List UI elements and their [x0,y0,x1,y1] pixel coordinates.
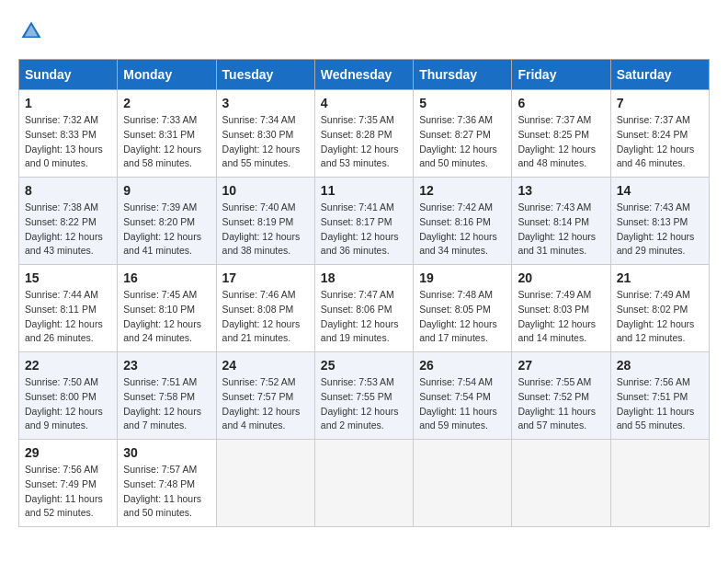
calendar-cell: 18Sunrise: 7:47 AM Sunset: 8:06 PM Dayli… [314,265,413,352]
calendar-cell: 2Sunrise: 7:33 AM Sunset: 8:31 PM Daylig… [118,90,216,178]
cell-content: Sunrise: 7:40 AM Sunset: 8:19 PM Dayligh… [222,201,309,259]
calendar-cell: 22Sunrise: 7:50 AM Sunset: 8:00 PM Dayli… [19,352,118,440]
day-number: 14 [617,183,703,198]
calendar-cell: 26Sunrise: 7:54 AM Sunset: 7:54 PM Dayli… [414,352,512,440]
calendar-cell: 16Sunrise: 7:45 AM Sunset: 8:10 PM Dayli… [118,265,216,352]
cell-content: Sunrise: 7:37 AM Sunset: 8:24 PM Dayligh… [617,113,703,171]
cell-content: Sunrise: 7:32 AM Sunset: 8:33 PM Dayligh… [25,113,111,171]
calendar-cell: 11Sunrise: 7:41 AM Sunset: 8:17 PM Dayli… [314,178,413,265]
calendar-week-row: 29Sunrise: 7:56 AM Sunset: 7:49 PM Dayli… [19,440,710,527]
calendar-header-row: SundayMondayTuesdayWednesdayThursdayFrid… [19,60,710,90]
day-number: 21 [617,270,703,285]
cell-content: Sunrise: 7:46 AM Sunset: 8:08 PM Dayligh… [222,288,309,346]
col-header-monday: Monday [118,60,216,90]
day-number: 5 [419,96,506,110]
cell-content: Sunrise: 7:38 AM Sunset: 8:22 PM Dayligh… [25,201,111,259]
cell-content: Sunrise: 7:49 AM Sunset: 8:03 PM Dayligh… [518,288,604,346]
calendar-cell: 25Sunrise: 7:53 AM Sunset: 7:55 PM Dayli… [314,352,413,440]
calendar-cell [414,440,512,527]
logo-icon [18,18,44,44]
day-number: 23 [123,358,210,373]
cell-content: Sunrise: 7:52 AM Sunset: 7:57 PM Dayligh… [222,375,309,433]
cell-content: Sunrise: 7:43 AM Sunset: 8:13 PM Dayligh… [617,201,703,259]
day-number: 29 [25,445,111,460]
day-number: 30 [123,445,210,460]
cell-content: Sunrise: 7:54 AM Sunset: 7:54 PM Dayligh… [419,375,506,433]
calendar-cell: 21Sunrise: 7:49 AM Sunset: 8:02 PM Dayli… [610,265,709,352]
cell-content: Sunrise: 7:51 AM Sunset: 7:58 PM Dayligh… [123,375,210,433]
cell-content: Sunrise: 7:44 AM Sunset: 8:11 PM Dayligh… [25,288,111,346]
day-number: 6 [518,96,604,110]
calendar-cell: 24Sunrise: 7:52 AM Sunset: 7:57 PM Dayli… [216,352,314,440]
cell-content: Sunrise: 7:47 AM Sunset: 8:06 PM Dayligh… [321,288,407,346]
calendar-cell [610,440,709,527]
calendar-cell: 15Sunrise: 7:44 AM Sunset: 8:11 PM Dayli… [19,265,118,352]
day-number: 9 [123,183,210,198]
cell-content: Sunrise: 7:35 AM Sunset: 8:28 PM Dayligh… [321,113,407,171]
cell-content: Sunrise: 7:45 AM Sunset: 8:10 PM Dayligh… [123,288,210,346]
calendar-cell: 5Sunrise: 7:36 AM Sunset: 8:27 PM Daylig… [414,90,512,178]
calendar-cell: 10Sunrise: 7:40 AM Sunset: 8:19 PM Dayli… [216,178,314,265]
calendar-table: SundayMondayTuesdayWednesdayThursdayFrid… [18,59,710,527]
calendar-cell: 30Sunrise: 7:57 AM Sunset: 7:48 PM Dayli… [118,440,216,527]
cell-content: Sunrise: 7:34 AM Sunset: 8:30 PM Dayligh… [222,113,309,171]
page-header [18,18,710,44]
day-number: 8 [25,183,111,198]
day-number: 11 [321,183,407,198]
cell-content: Sunrise: 7:55 AM Sunset: 7:52 PM Dayligh… [518,375,604,433]
calendar-cell [216,440,314,527]
cell-content: Sunrise: 7:33 AM Sunset: 8:31 PM Dayligh… [123,113,210,171]
calendar-cell: 13Sunrise: 7:43 AM Sunset: 8:14 PM Dayli… [512,178,610,265]
day-number: 13 [518,183,604,198]
day-number: 1 [25,96,111,110]
day-number: 28 [617,358,703,373]
cell-content: Sunrise: 7:49 AM Sunset: 8:02 PM Dayligh… [617,288,703,346]
day-number: 3 [222,96,309,110]
calendar-cell: 19Sunrise: 7:48 AM Sunset: 8:05 PM Dayli… [414,265,512,352]
cell-content: Sunrise: 7:41 AM Sunset: 8:17 PM Dayligh… [321,201,407,259]
cell-content: Sunrise: 7:57 AM Sunset: 7:48 PM Dayligh… [123,463,210,521]
cell-content: Sunrise: 7:50 AM Sunset: 8:00 PM Dayligh… [25,375,111,433]
calendar-cell: 9Sunrise: 7:39 AM Sunset: 8:20 PM Daylig… [118,178,216,265]
day-number: 27 [518,358,604,373]
col-header-tuesday: Tuesday [216,60,314,90]
col-header-saturday: Saturday [610,60,709,90]
cell-content: Sunrise: 7:48 AM Sunset: 8:05 PM Dayligh… [419,288,506,346]
calendar-cell: 8Sunrise: 7:38 AM Sunset: 8:22 PM Daylig… [19,178,118,265]
cell-content: Sunrise: 7:42 AM Sunset: 8:16 PM Dayligh… [419,201,506,259]
col-header-friday: Friday [512,60,610,90]
cell-content: Sunrise: 7:39 AM Sunset: 8:20 PM Dayligh… [123,201,210,259]
calendar-cell: 28Sunrise: 7:56 AM Sunset: 7:51 PM Dayli… [610,352,709,440]
calendar-cell [314,440,413,527]
calendar-cell: 1Sunrise: 7:32 AM Sunset: 8:33 PM Daylig… [19,90,118,178]
cell-content: Sunrise: 7:43 AM Sunset: 8:14 PM Dayligh… [518,201,604,259]
calendar-week-row: 1Sunrise: 7:32 AM Sunset: 8:33 PM Daylig… [19,90,710,178]
calendar-cell: 6Sunrise: 7:37 AM Sunset: 8:25 PM Daylig… [512,90,610,178]
col-header-wednesday: Wednesday [314,60,413,90]
calendar-cell: 27Sunrise: 7:55 AM Sunset: 7:52 PM Dayli… [512,352,610,440]
cell-content: Sunrise: 7:53 AM Sunset: 7:55 PM Dayligh… [321,375,407,433]
day-number: 10 [222,183,309,198]
day-number: 15 [25,270,111,285]
calendar-week-row: 15Sunrise: 7:44 AM Sunset: 8:11 PM Dayli… [19,265,710,352]
calendar-cell: 12Sunrise: 7:42 AM Sunset: 8:16 PM Dayli… [414,178,512,265]
day-number: 12 [419,183,506,198]
calendar-cell [512,440,610,527]
day-number: 17 [222,270,309,285]
calendar-cell: 4Sunrise: 7:35 AM Sunset: 8:28 PM Daylig… [314,90,413,178]
cell-content: Sunrise: 7:36 AM Sunset: 8:27 PM Dayligh… [419,113,506,171]
day-number: 22 [25,358,111,373]
cell-content: Sunrise: 7:56 AM Sunset: 7:51 PM Dayligh… [617,375,703,433]
day-number: 7 [617,96,703,110]
calendar-cell: 3Sunrise: 7:34 AM Sunset: 8:30 PM Daylig… [216,90,314,178]
cell-content: Sunrise: 7:56 AM Sunset: 7:49 PM Dayligh… [25,463,111,521]
day-number: 20 [518,270,604,285]
calendar-cell: 23Sunrise: 7:51 AM Sunset: 7:58 PM Dayli… [118,352,216,440]
day-number: 4 [321,96,407,110]
day-number: 26 [419,358,506,373]
day-number: 19 [419,270,506,285]
col-header-thursday: Thursday [414,60,512,90]
logo [18,18,48,44]
day-number: 16 [123,270,210,285]
col-header-sunday: Sunday [19,60,118,90]
